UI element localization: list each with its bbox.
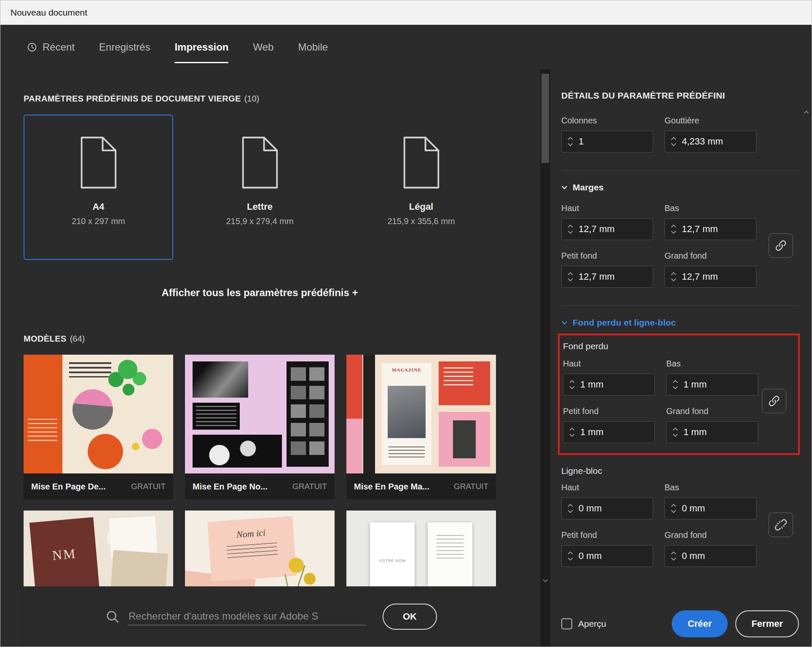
marge-haut-field[interactable]: 12,7 mm xyxy=(561,218,653,240)
document-icon xyxy=(78,136,119,190)
tab-mobile[interactable]: Mobile xyxy=(298,41,328,53)
colonnes-field[interactable]: 1 xyxy=(561,131,653,152)
template-card-1[interactable]: Mise En Page De... GRATUIT xyxy=(24,355,173,500)
scrollbar-down-arrow[interactable] xyxy=(540,577,550,584)
template-name: Mise En Page De... xyxy=(31,482,106,492)
ligne-bloc-bas-field[interactable]: 0 mm xyxy=(665,497,756,519)
stepper-arrows[interactable] xyxy=(665,504,682,513)
presets-count: (10) xyxy=(244,94,260,103)
bas-label: Bas xyxy=(665,483,756,492)
stepper-arrows[interactable] xyxy=(563,428,580,437)
preset-card-legal[interactable]: Légal 215,9 x 355,6 mm xyxy=(346,115,496,260)
chain-link-icon xyxy=(768,395,780,407)
apercu-checkbox[interactable] xyxy=(561,618,572,629)
tab-recent[interactable]: Récent xyxy=(27,41,75,53)
template-thumbnail xyxy=(185,355,335,473)
stepper-arrows[interactable] xyxy=(563,380,580,389)
link-bleed-button[interactable] xyxy=(762,389,786,413)
window-titlebar: Nouveau document xyxy=(0,0,812,25)
fond-perdu-grand-fond-field[interactable]: 1 mm xyxy=(666,421,758,443)
stepper-arrows[interactable] xyxy=(667,428,683,437)
preset-size: 210 x 297 mm xyxy=(72,217,125,226)
thumb-magazine-text: MAGAZINE xyxy=(382,367,431,372)
ligne-bloc-petit-fond-field[interactable]: 0 mm xyxy=(561,545,653,567)
grand-fond-label: Grand fond xyxy=(666,406,758,416)
stepper-arrows[interactable] xyxy=(665,272,682,281)
divider xyxy=(561,305,799,306)
ligne-bloc-grand-fond-field[interactable]: 0 mm xyxy=(665,545,756,567)
fond-perdu-haut-field[interactable]: 1 mm xyxy=(563,374,655,396)
bas-label: Bas xyxy=(666,359,758,369)
main-content: PARAMÈTRES PRÉDÉFINIS DE DOCUMENT VIERGE… xyxy=(0,70,540,647)
presets-heading: PARAMÈTRES PRÉDÉFINIS DE DOCUMENT VIERGE… xyxy=(24,94,540,104)
ok-button[interactable]: OK xyxy=(383,604,437,630)
preset-card-lettre[interactable]: Lettre 215,9 x 279,4 mm xyxy=(185,115,335,260)
thumb-votre-nom-text: VOTRE NOM xyxy=(370,559,415,563)
template-card-2[interactable]: Mise En Page No... GRATUIT xyxy=(185,355,335,500)
broken-chain-icon xyxy=(774,519,787,531)
link-margins-button[interactable] xyxy=(769,233,793,258)
stepper-arrows[interactable] xyxy=(562,272,579,281)
show-all-presets-link[interactable]: Afficher tous les paramètres prédéfinis … xyxy=(24,287,496,299)
templates-heading-text: MODÈLES xyxy=(24,334,67,343)
template-name: Mise En Page No... xyxy=(193,482,268,492)
template-thumbnail: MAGAZINE xyxy=(346,355,496,473)
field-value: 0 mm xyxy=(579,503,602,514)
tab-print[interactable]: Impression xyxy=(174,41,228,53)
chevron-down-icon xyxy=(561,185,568,190)
unlink-slug-button[interactable] xyxy=(769,513,793,537)
stepper-arrows[interactable] xyxy=(562,225,579,234)
tab-web[interactable]: Web xyxy=(253,41,273,53)
field-value: 12,7 mm xyxy=(682,271,718,282)
petit-fond-label: Petit fond xyxy=(563,406,655,416)
vertical-scrollbar[interactable] xyxy=(540,70,550,647)
details-panel: DÉTAILS DU PARAMÈTRE PRÉDÉFINI Colonnes … xyxy=(550,70,812,647)
template-label-bar: Mise En Page Ma... GRATUIT xyxy=(346,473,496,500)
marge-bas-field[interactable]: 12,7 mm xyxy=(665,218,756,240)
presets-heading-text: PARAMÈTRES PRÉDÉFINIS DE DOCUMENT VIERGE xyxy=(24,94,241,103)
grand-fond-label: Grand fond xyxy=(665,251,756,261)
fond-perdu-section-header[interactable]: Fond perdu et ligne-bloc xyxy=(561,318,799,328)
fond-perdu-bas-field[interactable]: 1 mm xyxy=(666,374,758,396)
preset-card-a4[interactable]: A4 210 x 297 mm xyxy=(24,115,173,260)
gouttiere-field[interactable]: 4,233 mm xyxy=(665,131,756,152)
marge-grand-fond-field[interactable]: 12,7 mm xyxy=(665,266,756,288)
fond-perdu-petit-fond-field[interactable]: 1 mm xyxy=(563,421,655,443)
preset-name: A4 xyxy=(92,201,104,212)
close-button[interactable]: Fermer xyxy=(735,610,799,637)
colonnes-label: Colonnes xyxy=(561,116,653,126)
search-bar: OK xyxy=(21,586,519,647)
ligne-bloc-haut-field[interactable]: 0 mm xyxy=(561,497,653,519)
stepper-arrows[interactable] xyxy=(562,504,579,513)
petit-fond-label: Petit fond xyxy=(561,251,653,261)
search-input[interactable] xyxy=(128,608,366,626)
preset-name: Légal xyxy=(409,201,433,212)
field-value: 0 mm xyxy=(682,503,705,514)
panel-footer: Aperçu Créer Fermer xyxy=(561,610,799,637)
field-value: 0 mm xyxy=(579,551,602,561)
scrollbar-thumb[interactable] xyxy=(541,74,549,163)
stepper-arrows[interactable] xyxy=(665,137,682,146)
tab-saved[interactable]: Enregistrés xyxy=(99,41,150,53)
template-label-bar: Mise En Page No... GRATUIT xyxy=(185,473,335,500)
ligne-bloc-fields: Haut Bas 0 mm 0 mm Pet xyxy=(561,483,799,567)
stepper-arrows[interactable] xyxy=(562,137,579,146)
template-card-3[interactable]: MAGAZINE Mise En Page Ma... GRATUIT xyxy=(346,355,496,500)
template-badge: GRATUIT xyxy=(292,482,327,491)
stepper-arrows[interactable] xyxy=(562,551,579,561)
tab-saved-label: Enregistrés xyxy=(99,41,150,53)
tab-web-label: Web xyxy=(253,41,273,53)
template-badge: GRATUIT xyxy=(454,482,488,491)
field-value: 12,7 mm xyxy=(579,271,615,282)
preset-row: A4 210 x 297 mm Lettre 215,9 x 279,4 mm … xyxy=(24,115,540,260)
marges-section-header[interactable]: Marges xyxy=(561,182,799,192)
stepper-arrows[interactable] xyxy=(665,225,682,234)
marge-petit-fond-field[interactable]: 12,7 mm xyxy=(561,266,653,288)
tab-bar: Récent Enregistrés Impression Web Mobile xyxy=(0,25,812,70)
create-button[interactable]: Créer xyxy=(672,610,728,637)
haut-label: Haut xyxy=(561,483,653,492)
stepper-arrows[interactable] xyxy=(667,380,683,389)
details-heading: DÉTAILS DU PARAMÈTRE PRÉDÉFINI xyxy=(561,91,799,101)
stepper-arrows[interactable] xyxy=(665,551,682,561)
haut-label: Haut xyxy=(561,203,653,213)
